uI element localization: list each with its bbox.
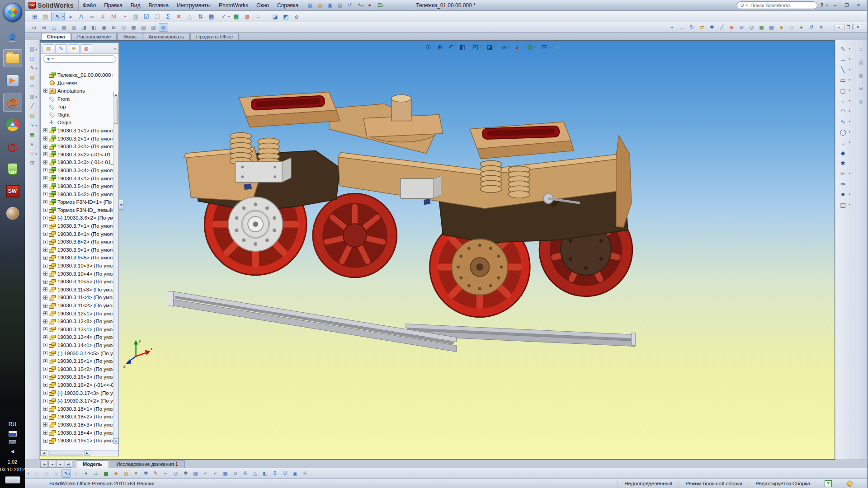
smart-fasteners-icon[interactable]: + [667, 23, 677, 32]
menu-item[interactable]: PhotoWorks [215, 1, 252, 10]
hidden-lines-icon[interactable]: ▣ [99, 23, 108, 32]
tree-root-item[interactable]: Тележка_01.00.00.000 (Default<D [42, 71, 113, 79]
hole-alignment-icon[interactable]: ◎ [747, 23, 756, 32]
tree-item[interactable]: 19030.3.18<3> (По умолчани [42, 421, 113, 429]
scroll-right-icon[interactable]: ▶ [84, 450, 90, 456]
draft-analysis-icon[interactable]: △ [184, 12, 195, 21]
centerpoint-arc-icon[interactable]: ◠ [838, 106, 849, 116]
flyout-caret-icon[interactable]: ▾ [849, 89, 853, 92]
view-orientation-icon[interactable]: ▧ [139, 23, 148, 32]
smart-dimension-icon[interactable]: ↔ [838, 54, 849, 64]
filter-b-icon[interactable]: B [270, 469, 280, 478]
tree-item[interactable]: 19030.3.10<5> (По умолчани [42, 277, 113, 286]
expand-plus-icon[interactable] [43, 224, 47, 228]
interference-check-icon[interactable]: ⊗ [727, 23, 736, 32]
speaker-icon[interactable]: ◄ [10, 448, 15, 455]
tree-item[interactable]: 19030.3.3<2> (-01<-01_Состо [42, 150, 113, 159]
brake-box-left[interactable] [235, 158, 291, 182]
rail-front[interactable] [168, 291, 457, 352]
filter-note-icon[interactable]: A [241, 469, 250, 478]
tree-item[interactable]: 19030.3.9<1> (По умолчани [42, 246, 113, 254]
open-icon[interactable]: ▨ [315, 1, 325, 9]
tree-item[interactable]: Annotations [42, 87, 113, 95]
view-settings-icon[interactable]: ⊡ [538, 42, 551, 52]
tree-item[interactable]: 19030.3.7<1> (По умолчани [42, 222, 113, 230]
view-orientation-icon[interactable]: ◰ [468, 42, 482, 52]
tree-vertical-scrollbar[interactable]: ▲ ▼ [113, 92, 118, 444]
tab-nav-button[interactable]: ▸ [57, 461, 64, 468]
expand-plus-icon[interactable] [43, 439, 47, 443]
expand-plus-icon[interactable] [43, 383, 47, 387]
filter-folder-icon[interactable]: ▨ [121, 469, 131, 478]
tree-item[interactable]: 19030.3.15<2> (По умолчани [42, 365, 113, 373]
tree-item[interactable]: 19030.3.19<1> (По умолчани [42, 436, 113, 445]
doc-restore-button[interactable]: ❐ [844, 24, 853, 30]
filter-faces-icon[interactable]: ▽ [52, 469, 61, 478]
expand-plus-icon[interactable] [43, 216, 47, 220]
polygon-icon[interactable]: ◆ [838, 148, 849, 158]
tree-item[interactable]: 19030.3.8<2> (По умолчани [42, 238, 113, 246]
expand-plus-icon[interactable] [43, 272, 47, 276]
filter-sketch-icon[interactable]: ✎ [151, 469, 160, 478]
brake-box-right[interactable] [401, 176, 441, 198]
expand-plus-icon[interactable] [43, 145, 47, 149]
status-help-icon[interactable]: ? [825, 480, 832, 487]
speedpak-icon[interactable]: ● [797, 23, 806, 32]
tree-item[interactable]: (-) 19030.3.17<3> (По умолч [42, 389, 113, 397]
tab-nav-button[interactable]: ▸| [65, 461, 72, 468]
hide-show-items-icon[interactable]: ∞ [497, 42, 511, 52]
screen-capture-icon[interactable]: ⊡ [29, 23, 39, 32]
perspective-icon[interactable]: ▨ [149, 23, 158, 32]
chrome-icon[interactable] [3, 116, 22, 134]
layer-properties-icon[interactable]: ◫ [26, 54, 38, 63]
tree-item[interactable]: 19030.3.10<3> (По умолчани [42, 262, 113, 270]
commandmanager-tab[interactable]: Сборка [41, 33, 71, 40]
expand-plus-icon[interactable] [43, 280, 47, 284]
tree-item[interactable]: (-) 19030.3.6<2> (По умолчан [42, 214, 113, 222]
menu-item[interactable]: Вставка [145, 1, 173, 10]
tree-item[interactable]: 19030.3.18<2> (По умолчани [42, 413, 113, 421]
wireframe-display-icon[interactable]: ◧ [89, 23, 99, 32]
menu-item[interactable]: Справка [273, 1, 302, 10]
verify-icon[interactable]: ✓ [201, 469, 210, 478]
lightweight-icon[interactable]: ◇ [787, 23, 796, 32]
commandmanager-tab[interactable]: Расположение [71, 33, 117, 40]
expand-plus-icon[interactable] [43, 128, 47, 132]
expand-plus-icon[interactable] [43, 89, 47, 93]
expand-plus-icon[interactable] [43, 248, 47, 252]
interference-detection-icon[interactable]: ✕ [174, 12, 184, 21]
exploded-view-icon[interactable]: ✱ [707, 23, 717, 32]
corner-rectangle-icon[interactable]: ▭ [838, 75, 849, 85]
filter-caret-icon[interactable]: ▾ [52, 57, 54, 61]
tree-item[interactable]: 19030.3.1<1> (По умолчани [42, 127, 113, 135]
tag-icon[interactable] [846, 480, 853, 487]
propertymanager-tab-icon[interactable]: ✎ [55, 44, 67, 53]
tree-item[interactable]: 19030.3.16<2> (-01<<-01>_Со [42, 381, 113, 389]
help-button[interactable]: ? [820, 2, 823, 9]
keyboard-layout-flag-icon[interactable] [9, 431, 17, 436]
tree-item[interactable]: 19030.3.11<4> (По умолчани [42, 294, 113, 302]
rotate-view-icon[interactable]: ◨ [79, 23, 89, 32]
tree-item[interactable]: Top [42, 103, 113, 111]
edit-appearance-icon[interactable]: ◕ [512, 42, 522, 52]
tree-item[interactable]: 19030.3.12<8> (По умолчани [42, 317, 113, 325]
standard-toolbar-icon[interactable]: ⊞ [26, 159, 38, 167]
search-dropdown-icon[interactable]: ▾ [746, 4, 748, 7]
tree-item[interactable]: Front [42, 95, 113, 103]
expand-plus-icon[interactable] [43, 327, 47, 331]
red-pad-right[interactable] [482, 126, 559, 140]
menu-item[interactable]: Окно [252, 1, 273, 10]
scroll-thumb[interactable] [114, 98, 118, 124]
expand-plus-icon[interactable] [43, 264, 47, 268]
tree-item[interactable]: 19030.3.14<1> (По умолчани [42, 341, 113, 349]
mailru-agent-icon[interactable]: @ [3, 94, 22, 112]
internet-icon[interactable]: ◕ [65, 12, 75, 21]
clock[interactable]: 1:02 03.10.2012 [0, 458, 25, 473]
mold-tools-icon[interactable]: ▥ [26, 92, 38, 101]
filter-magnifier-icon[interactable]: ⊙ [231, 469, 240, 478]
document-properties-icon[interactable]: ▤ [26, 45, 38, 53]
expand-plus-icon[interactable] [43, 399, 47, 403]
expand-plus-icon[interactable] [43, 136, 47, 141]
expand-plus-icon[interactable] [43, 319, 47, 324]
displaymanager-tab-icon[interactable]: ◍ [80, 44, 92, 53]
